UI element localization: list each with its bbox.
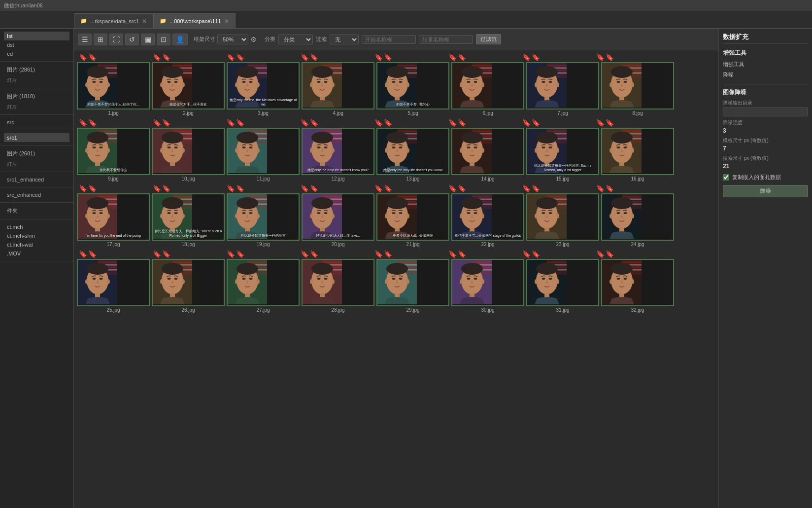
output-dir-input[interactable] bbox=[723, 108, 808, 116]
bookmark-filled-0-2[interactable]: 🔖 bbox=[227, 53, 235, 61]
image-grid-scroll[interactable]: 🔖 🔖 🔖 🔖 🔖 🔖 🔖 🔖 🔖 🔖 🔖 🔖 🔖 🔖 🔖 🔖 bbox=[74, 50, 718, 508]
bookmark-outline-3-0[interactable]: 🔖 bbox=[88, 250, 97, 258]
bookmark-outline-2-6[interactable]: 🔖 bbox=[532, 184, 540, 192]
bookmark-outline-3-6[interactable]: 🔖 bbox=[532, 250, 540, 258]
bookmark-filled-0-6[interactable]: 🔖 bbox=[522, 53, 531, 61]
image-cell-1-5[interactable]: 14.jpg bbox=[451, 128, 524, 182]
bookmark-outline-1-0[interactable]: 🔖 bbox=[88, 119, 97, 127]
bookmark-outline-0-2[interactable]: 🔖 bbox=[236, 53, 244, 61]
image-cell-0-1[interactable]: 她是你的对手...你不喜欢2.jpg bbox=[152, 62, 225, 117]
bookmark-outline-1-5[interactable]: 🔖 bbox=[458, 119, 466, 127]
bookmark-filled-2-4[interactable]: 🔖 bbox=[374, 184, 383, 192]
bookmark-filled-0-0[interactable]: 🔖 bbox=[79, 53, 87, 61]
sidebar-item-dst[interactable]: dst bbox=[4, 40, 69, 49]
filter-select[interactable]: 无 bbox=[330, 35, 359, 44]
bookmark-outline-2-4[interactable]: 🔖 bbox=[384, 184, 392, 192]
bookmark-outline-3-3[interactable]: 🔖 bbox=[310, 250, 318, 258]
bookmark-outline-1-2[interactable]: 🔖 bbox=[236, 119, 244, 127]
image-cell-3-3[interactable]: 28.jpg bbox=[302, 259, 374, 314]
bookmark-outline-3-7[interactable]: 🔖 bbox=[606, 250, 614, 258]
bookmark-outline-1-1[interactable]: 🔖 bbox=[162, 119, 170, 127]
bookmark-filled-2-6[interactable]: 🔖 bbox=[522, 184, 531, 192]
image-cell-0-6[interactable]: 7.jpg bbox=[526, 62, 599, 117]
bookmark-filled-2-2[interactable]: 🔖 bbox=[227, 184, 235, 192]
image-cell-1-1[interactable]: 10.jpg bbox=[152, 128, 225, 182]
image-cell-2-3[interactable]: 好说多少这场大战...I'll take...20.jpg bbox=[302, 193, 374, 248]
zoom-select[interactable]: 50% 25% 75% 100% bbox=[217, 35, 248, 44]
bookmark-outline-0-4[interactable]: 🔖 bbox=[384, 53, 392, 61]
bookmark-outline-0-3[interactable]: 🔖 bbox=[310, 53, 318, 61]
denoise-tool-item[interactable]: 降噪 bbox=[723, 70, 808, 80]
classify-select[interactable]: 分类 bbox=[278, 35, 313, 44]
image-cell-0-0[interactable]: 相信不离不弃的那个人,却伤了你...1.jpg bbox=[77, 62, 150, 117]
image-cell-1-3[interactable]: 她是only the only life doesn't know you?12… bbox=[302, 128, 374, 182]
copy-faces-checkbox[interactable] bbox=[723, 174, 729, 181]
sidebar-item-mchshm[interactable]: ct.mch-shm bbox=[4, 231, 69, 240]
bookmark-outline-1-3[interactable]: 🔖 bbox=[310, 119, 318, 127]
bookmark-outline-3-2[interactable]: 🔖 bbox=[236, 250, 244, 258]
bookmark-outline-1-4[interactable]: 🔖 bbox=[384, 119, 392, 127]
bookmark-filled-0-3[interactable]: 🔖 bbox=[301, 53, 309, 61]
bookmark-filled-2-7[interactable]: 🔖 bbox=[596, 184, 605, 192]
bookmark-outline-0-5[interactable]: 🔖 bbox=[458, 53, 466, 61]
image-cell-3-2[interactable]: 27.jpg bbox=[227, 259, 300, 314]
bookmark-outline-2-7[interactable]: 🔖 bbox=[606, 184, 614, 192]
bookmark-outline-2-0[interactable]: 🔖 bbox=[88, 184, 97, 192]
image-cell-0-2[interactable]: 她是only the me, the Me takes advantage of… bbox=[227, 62, 300, 117]
sidebar-item-folder[interactable]: 件夹 bbox=[4, 206, 69, 216]
start-frame-input[interactable] bbox=[362, 35, 416, 44]
crop-btn[interactable]: ▣ bbox=[141, 34, 155, 45]
image-cell-3-4[interactable]: 29.jpg bbox=[376, 259, 449, 314]
bookmark-filled-1-2[interactable]: 🔖 bbox=[227, 119, 235, 127]
sidebar-item-images2[interactable]: 图片 (1810) bbox=[4, 91, 69, 102]
sidebar-item-mch[interactable]: ct.mch bbox=[4, 222, 69, 231]
bookmark-filled-2-0[interactable]: 🔖 bbox=[79, 184, 87, 192]
enhance-tool-item[interactable]: 增强工具 bbox=[723, 59, 808, 70]
bookmark-outline-3-5[interactable]: 🔖 bbox=[458, 250, 466, 258]
image-cell-1-6[interactable]: 你比是长知道每夫一样的地方, Such a Romeo, only a bit … bbox=[526, 128, 599, 182]
sidebar-item-mov[interactable]: .MOV bbox=[4, 249, 69, 258]
image-cell-2-7[interactable]: 24.jpg bbox=[601, 193, 674, 248]
image-cell-0-3[interactable]: 4.jpg bbox=[302, 62, 374, 117]
bookmark-outline-0-7[interactable]: 🔖 bbox=[606, 53, 614, 61]
tab-1-close[interactable]: ✕ bbox=[142, 18, 147, 25]
filter-btn[interactable]: 过滤范 bbox=[476, 34, 501, 44]
image-cell-2-1[interactable]: 你比是长知道每夫一样的地方, You're such a Romeo, only… bbox=[152, 193, 225, 248]
bookmark-filled-3-3[interactable]: 🔖 bbox=[301, 250, 309, 258]
bookmark-outline-3-4[interactable]: 🔖 bbox=[384, 250, 392, 258]
image-cell-1-4[interactable]: 她是only the only life doesn't you know13.… bbox=[376, 128, 449, 182]
image-cell-2-5[interactable]: 相信不离不弃...会出来的 stage of the guilds22.jpg bbox=[451, 193, 524, 248]
bookmark-filled-1-5[interactable]: 🔖 bbox=[448, 119, 457, 127]
bookmark-outline-2-5[interactable]: 🔖 bbox=[458, 184, 466, 192]
bookmark-filled-0-4[interactable]: 🔖 bbox=[374, 53, 383, 61]
tab-1[interactable]: 📁 ...rkspace\data_src1 ✕ bbox=[74, 13, 153, 28]
sidebar-item-srcenhanced[interactable]: src_enhanced bbox=[4, 190, 69, 199]
tab-2-close[interactable]: ✕ bbox=[224, 18, 229, 25]
bookmark-filled-3-6[interactable]: 🔖 bbox=[522, 250, 531, 258]
image-cell-2-0[interactable]: I'm here for you the end of the pump17.j… bbox=[77, 193, 150, 248]
bookmark-outline-1-6[interactable]: 🔖 bbox=[532, 119, 540, 127]
image-cell-2-6[interactable]: 23.jpg bbox=[526, 193, 599, 248]
sidebar-item-ed[interactable]: ed bbox=[4, 49, 69, 58]
bookmark-filled-0-7[interactable]: 🔖 bbox=[596, 53, 605, 61]
image-cell-1-7[interactable]: 16.jpg bbox=[601, 128, 674, 182]
bookmark-outline-2-1[interactable]: 🔖 bbox=[162, 184, 170, 192]
frame-btn[interactable]: ⊡ bbox=[157, 34, 170, 45]
image-cell-0-7[interactable]: 8.jpg bbox=[601, 62, 674, 117]
image-cell-2-2[interactable]: 你比是长知道每夫一样的地方19.jpg bbox=[227, 193, 300, 248]
tab-2[interactable]: 📁 ...000\workspace\111 ✕ bbox=[153, 13, 236, 28]
bookmark-filled-1-6[interactable]: 🔖 bbox=[522, 119, 531, 127]
end-frame-input[interactable] bbox=[419, 35, 473, 44]
sidebar-item-src[interactable]: src bbox=[4, 118, 69, 127]
image-cell-0-5[interactable]: 6.jpg bbox=[451, 62, 524, 117]
image-cell-0-4[interactable]: 相信不离不弃...我的心5.jpg bbox=[376, 62, 449, 117]
bookmark-filled-1-1[interactable]: 🔖 bbox=[153, 119, 161, 127]
bookmark-outline-2-2[interactable]: 🔖 bbox=[236, 184, 244, 192]
bookmark-outline-3-1[interactable]: 🔖 bbox=[162, 250, 170, 258]
bookmark-filled-2-1[interactable]: 🔖 bbox=[153, 184, 161, 192]
sidebar-item-src1enhanced[interactable]: src1_enhanced bbox=[4, 175, 69, 184]
bookmark-filled-0-1[interactable]: 🔖 bbox=[153, 53, 161, 61]
bookmark-filled-1-3[interactable]: 🔖 bbox=[301, 119, 309, 127]
rotate-btn[interactable]: ↺ bbox=[125, 34, 139, 45]
denoise-run-btn[interactable]: 降噪 bbox=[723, 185, 808, 197]
